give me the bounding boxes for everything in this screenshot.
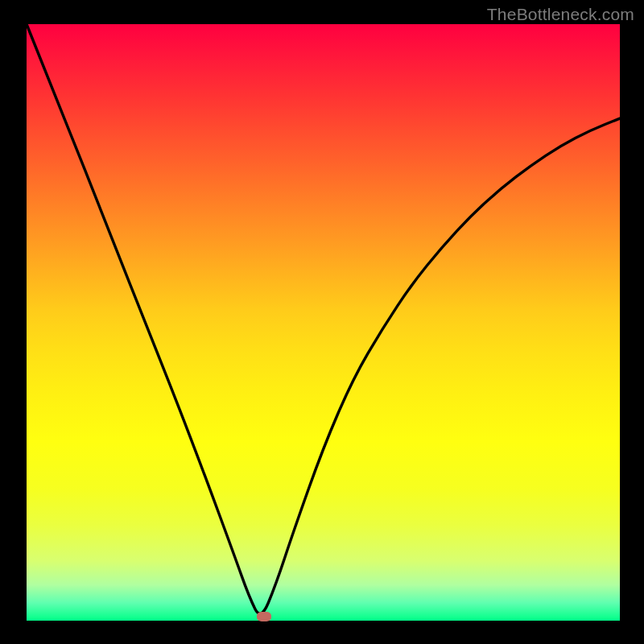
chart-frame: TheBottleneck.com [0, 0, 644, 644]
watermark-text: TheBottleneck.com [487, 5, 634, 24]
bottleneck-curve [27, 24, 620, 613]
chart-curve-layer [27, 24, 620, 621]
optimum-marker [257, 612, 271, 621]
